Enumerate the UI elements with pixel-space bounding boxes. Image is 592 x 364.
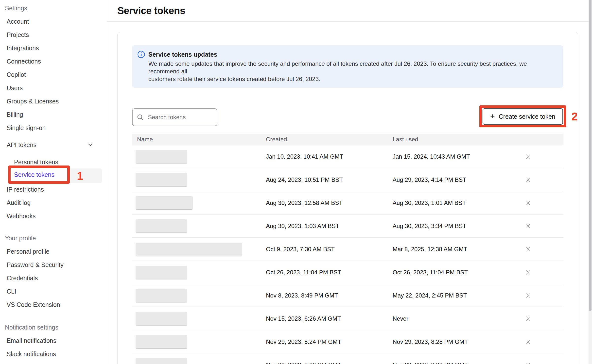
token-name-redacted: [136, 312, 187, 325]
table-toolbar: + Create service token 2: [132, 108, 563, 126]
sidebar-item-label: Billing: [7, 111, 23, 118]
close-icon: [525, 223, 532, 230]
created-cell: Aug 24, 2023, 10:51 PM BST: [266, 176, 393, 183]
token-name-redacted: [136, 289, 187, 302]
last-used-cell: Oct 26, 2023, 11:04 PM BST: [393, 269, 505, 276]
last-used-cell: Nov 29, 2023, 8:28 PM GMT: [393, 338, 505, 345]
sidebar-item-api-tokens[interactable]: API tokens: [0, 138, 107, 151]
delete-token-button[interactable]: [524, 153, 532, 160]
sidebar-item-billing[interactable]: Billing: [0, 108, 107, 121]
name-cell: [132, 196, 266, 209]
settings-sidebar: SettingsAccountProjectsIntegrationsConne…: [0, 0, 107, 364]
sidebar-item-label: Connections: [7, 58, 41, 65]
sidebar-item-projects[interactable]: Projects: [0, 28, 107, 41]
column-header-created: Created: [266, 136, 393, 143]
sidebar-item-slack-notifications[interactable]: Slack notifications: [0, 347, 107, 361]
chevron-down-icon: [87, 141, 94, 148]
token-name-redacted: [136, 150, 187, 163]
last-used-cell: Never: [393, 315, 505, 322]
scrollbar-thumb[interactable]: [589, 0, 592, 311]
sidebar-item-label: Webhooks: [7, 213, 36, 220]
close-icon: [525, 176, 532, 183]
name-cell: [132, 150, 266, 163]
sidebar-item-label: Password & Security: [7, 261, 64, 268]
table-row: Oct 26, 2023, 11:04 PM BST Oct 26, 2023,…: [132, 261, 563, 284]
sidebar-item-label: Personal profile: [7, 248, 50, 255]
sidebar-item-audit-log[interactable]: Audit log: [0, 196, 107, 209]
service-tokens-card: Service tokens updates We made some upda…: [117, 32, 578, 364]
sidebar-item-label: Groups & Licenses: [7, 98, 59, 105]
create-button-label: Create service token: [499, 113, 555, 120]
sidebar-item-cli[interactable]: CLI: [0, 285, 107, 298]
sidebar-item-label: Service tokens: [14, 171, 54, 178]
delete-token-button[interactable]: [524, 246, 532, 253]
sidebar-item-webhooks[interactable]: Webhooks: [0, 209, 107, 223]
sidebar-item-label: Copilot: [7, 71, 26, 78]
delete-token-button[interactable]: [524, 222, 532, 230]
actions-cell: [505, 199, 563, 207]
scrollbar-track[interactable]: [589, 0, 592, 364]
token-name-redacted: [136, 196, 193, 209]
sidebar-item-service-tokens[interactable]: Service tokens1: [0, 169, 107, 183]
actions-cell: [505, 315, 563, 322]
sidebar-item-integrations[interactable]: Integrations: [0, 41, 107, 55]
annotation-step-number-2: 2: [571, 110, 578, 123]
sidebar-item-credentials[interactable]: Credentials: [0, 271, 107, 285]
delete-token-button[interactable]: [524, 338, 532, 346]
annotation-box-1: Service tokens: [8, 165, 70, 184]
sidebar-item-account[interactable]: Account: [0, 15, 107, 28]
table-row: Aug 24, 2023, 10:51 PM BST Aug 29, 2023,…: [132, 168, 563, 191]
token-name-redacted: [136, 173, 187, 186]
search-box[interactable]: [132, 108, 217, 126]
token-table: Name Created Last used Jan 10, 2023, 10:…: [132, 134, 563, 364]
last-used-cell: Aug 30, 2023, 3:34 PM BST: [393, 223, 505, 230]
sidebar-item-connections[interactable]: Connections: [0, 55, 107, 68]
create-button-wrapper: + Create service token 2: [483, 108, 563, 125]
delete-token-button[interactable]: [524, 361, 532, 364]
main-content: Service tokens Service tokens updates We…: [107, 0, 592, 364]
sidebar-item-label: Personal tokens: [14, 159, 58, 166]
delete-token-button[interactable]: [524, 315, 532, 322]
sidebar-item-vs-code-extension[interactable]: VS Code Extension: [0, 298, 107, 311]
close-icon: [525, 246, 532, 253]
delete-token-button[interactable]: [524, 269, 532, 276]
close-icon: [525, 153, 532, 160]
token-table-body: Jan 10, 2023, 10:41 AM GMT Jan 15, 2024,…: [132, 145, 563, 364]
sidebar-section-notification-settings: Notification settings: [0, 321, 107, 334]
table-row: Oct 9, 2023, 7:30 AM BST Mar 8, 2025, 12…: [132, 238, 563, 261]
search-input[interactable]: [147, 114, 213, 121]
name-cell: [132, 243, 266, 256]
info-banner: Service tokens updates We made some upda…: [132, 45, 563, 88]
sidebar-item-copilot[interactable]: Copilot: [0, 68, 107, 81]
sidebar-item-label: Integrations: [7, 45, 39, 52]
actions-cell: [505, 338, 563, 346]
delete-token-button[interactable]: [524, 292, 532, 299]
table-row: Nov 15, 2023, 6:26 AM GMT Never: [132, 307, 563, 330]
created-cell: Nov 15, 2023, 6:26 AM GMT: [266, 315, 393, 322]
delete-token-button[interactable]: [524, 199, 532, 207]
sidebar-item-password-security[interactable]: Password & Security: [0, 258, 107, 271]
table-row: Aug 30, 2023, 1:03 AM BST Aug 30, 2023, …: [132, 215, 563, 238]
last-used-cell: Aug 29, 2023, 4:14 PM BST: [393, 176, 505, 183]
actions-cell: [505, 246, 563, 253]
create-service-token-button[interactable]: + Create service token: [483, 108, 563, 125]
token-name-redacted: [136, 266, 187, 279]
page-title: Service tokens: [117, 5, 185, 16]
sidebar-item-users[interactable]: Users: [0, 81, 107, 95]
sidebar-item-email-notifications[interactable]: Email notifications: [0, 334, 107, 347]
close-icon: [525, 269, 532, 276]
sidebar-item-label: Users: [7, 84, 23, 92]
actions-cell: [505, 153, 563, 160]
sidebar-item-ip-restrictions[interactable]: IP restrictions: [0, 183, 107, 196]
sidebar-item-personal-profile[interactable]: Personal profile: [0, 245, 107, 258]
search-icon: [137, 114, 144, 121]
sidebar-item-single-sign-on[interactable]: Single sign-on: [0, 121, 107, 134]
table-row: Aug 30, 2023, 12:58 AM BST Aug 30, 2023,…: [132, 191, 563, 215]
sidebar-item-label: IP restrictions: [7, 186, 44, 193]
delete-token-button[interactable]: [524, 176, 532, 183]
name-cell: [132, 335, 266, 348]
actions-cell: [505, 176, 563, 183]
sidebar-item-groups-licenses[interactable]: Groups & Licenses: [0, 95, 107, 108]
table-header: Name Created Last used: [132, 134, 563, 145]
sidebar-item-label: Slack notifications: [7, 350, 56, 358]
